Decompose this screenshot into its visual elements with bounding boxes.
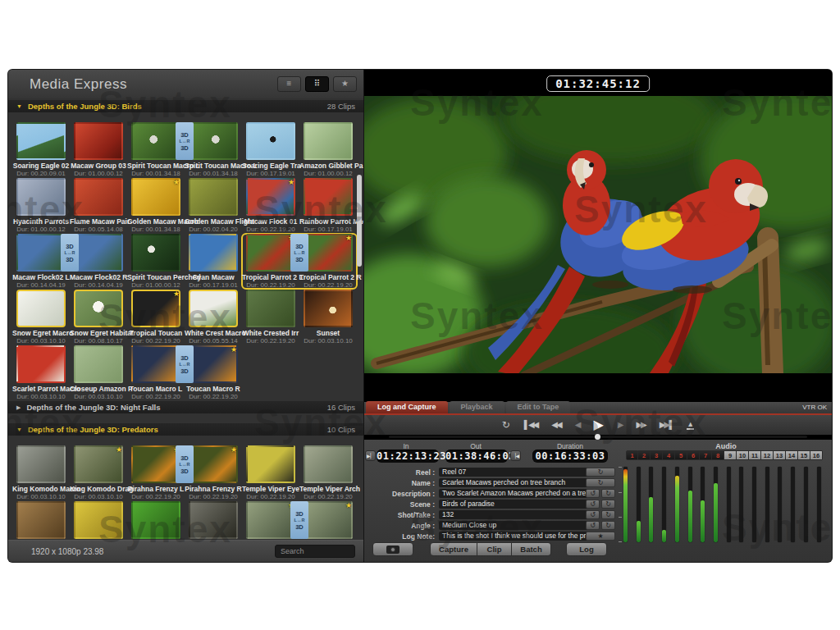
audio-channel-12[interactable]: 12 (761, 450, 774, 460)
clip-thumbnail[interactable] (74, 234, 123, 272)
grid-view-button[interactable]: ⠿ (305, 76, 329, 92)
step-back-button[interactable]: ◀ (575, 421, 580, 429)
clip-thumbnail[interactable]: ★ (246, 501, 295, 539)
autoincrement-button[interactable]: ↻ (601, 500, 615, 509)
browser-scrollbar-thumb[interactable] (357, 175, 362, 267)
loop-button[interactable]: ↻ (502, 420, 510, 430)
clip-thumbnail[interactable] (189, 122, 238, 160)
clip-thumbnail[interactable] (304, 178, 353, 216)
log-field-shot-take[interactable]: 132 (439, 510, 588, 519)
audio-channel-6[interactable]: 6 (687, 450, 700, 460)
autoincrement-button[interactable]: ↺ (586, 489, 600, 498)
tab-log-and-capture[interactable]: Log and Capture (366, 401, 448, 413)
clip-thumbnail[interactable] (16, 445, 66, 483)
log-field-log-note[interactable]: This is the shot I think we should use f… (439, 532, 588, 541)
clip-thumbnail[interactable] (304, 290, 353, 327)
clip-thumbnail[interactable] (74, 501, 123, 539)
clip-thumbnail[interactable]: ★ (246, 178, 295, 216)
audio-channel-8[interactable]: 8 (712, 450, 724, 460)
clip-thumbnail[interactable] (16, 178, 66, 216)
section-header-depths-of-the-jungle-3d-birds[interactable]: ▼Depths of the Jungle 3D: Birds28 Clips (8, 100, 363, 112)
batch-button[interactable]: Batch (512, 542, 551, 556)
out-timecode-field[interactable]: 01:38:46:02 (445, 450, 508, 463)
clip-thumbnail[interactable] (246, 290, 295, 327)
clip-button[interactable]: Clip (477, 542, 512, 556)
autoincrement-button[interactable]: ↻ (601, 489, 615, 498)
favorites-view-button[interactable]: ★ (333, 76, 357, 92)
clip-thumbnail[interactable] (189, 234, 238, 272)
autoincrement-button[interactable]: ↺ (586, 521, 600, 530)
clip-thumbnail[interactable] (131, 234, 180, 272)
log-field-reel[interactable]: Reel 07 (439, 468, 588, 477)
audio-channel-5[interactable]: 5 (675, 450, 687, 460)
autoincrement-button[interactable]: ↺ (586, 510, 600, 519)
clip-thumbnail[interactable]: ★ (189, 445, 238, 483)
clip-thumbnail[interactable] (74, 178, 123, 216)
audio-channel-4[interactable]: 4 (663, 450, 675, 460)
scrub-handle[interactable] (595, 434, 600, 440)
clip-thumbnail[interactable]: ★ (304, 501, 353, 539)
list-view-button[interactable]: ≡ (277, 76, 301, 92)
duration-timecode-field[interactable]: 00:16:33:03 (532, 450, 608, 463)
rewind-button[interactable]: ◀◀ (551, 421, 560, 429)
clip-thumbnail[interactable] (131, 122, 180, 160)
scrub-bar[interactable] (389, 436, 807, 438)
search-input[interactable] (275, 545, 355, 558)
clip-thumbnail[interactable] (304, 122, 353, 160)
grab-frame-button[interactable] (372, 542, 413, 556)
go-to-start-button[interactable]: ▌◀◀ (524, 421, 537, 429)
audio-channel-3[interactable]: 3 (651, 450, 663, 460)
eject-button[interactable]: ▲ (687, 421, 694, 430)
audio-channel-2[interactable]: 2 (638, 450, 651, 460)
clip-thumbnail[interactable] (304, 445, 353, 483)
clip-thumbnail[interactable] (16, 345, 66, 383)
tab-edit-to-tape[interactable]: Edit to Tape (506, 401, 571, 413)
clip-thumbnail[interactable] (189, 290, 238, 327)
mark-in-button[interactable]: ▶▏ (365, 450, 376, 461)
capture-button[interactable]: Capture (430, 542, 477, 556)
autoincrement-button[interactable]: ↻ (586, 468, 615, 477)
autoincrement-button[interactable]: ↺ (586, 500, 600, 509)
go-to-end-button[interactable]: ▶▶▌ (660, 421, 673, 429)
log-field-name[interactable]: Scarlet Macaws perched on tree branch (439, 478, 588, 487)
clip-thumbnail[interactable]: ★ (304, 234, 353, 272)
fast-forward-button[interactable]: ▶▶ (636, 421, 645, 429)
audio-channel-14[interactable]: 14 (786, 450, 798, 460)
audio-channel-13[interactable]: 13 (774, 450, 786, 460)
section-header-depths-of-the-jungle-3d-night-falls[interactable]: ▶Depths of the Jungle 3D: Night Falls16 … (8, 401, 363, 413)
log-button[interactable]: Log (566, 542, 607, 556)
autoincrement-button[interactable]: ↻ (586, 478, 615, 487)
tab-playback[interactable]: Playback (450, 401, 504, 413)
clip-thumbnail[interactable] (16, 234, 66, 272)
autoincrement-button[interactable]: ↻ (601, 510, 615, 519)
autoincrement-button[interactable]: ↻ (601, 521, 615, 530)
clip-thumbnail[interactable]: ★ (131, 445, 180, 483)
clip-thumbnail[interactable] (16, 122, 66, 160)
audio-channel-16[interactable]: 16 (810, 450, 823, 460)
clip-thumbnail[interactable] (74, 345, 123, 383)
clip-thumbnail[interactable] (246, 122, 295, 160)
section-header-depths-of-the-jungle-3d-predators[interactable]: ▼Depths of the Jungle 3D: Predators10 Cl… (8, 423, 363, 436)
clip-thumbnail[interactable]: ★ (189, 345, 238, 383)
audio-channel-15[interactable]: 15 (798, 450, 810, 460)
clip-thumbnail[interactable] (246, 445, 295, 483)
clip-thumbnail[interactable] (74, 290, 123, 327)
log-field-angle[interactable]: Medium Close up (439, 521, 588, 530)
in-timecode-field[interactable]: 01:22:13:23 (377, 450, 439, 463)
clip-thumbnail[interactable] (189, 178, 238, 216)
clip-thumbnail[interactable] (16, 501, 66, 539)
mark-out-button[interactable]: ▕◀ (510, 450, 521, 461)
audio-channel-1[interactable]: 1 (626, 450, 638, 460)
clip-thumbnail[interactable] (131, 501, 180, 539)
favorite-button[interactable]: ★ (586, 532, 615, 541)
step-forward-button[interactable]: ▶ (618, 421, 623, 429)
clip-thumbnail[interactable] (131, 345, 180, 383)
clip-thumbnail[interactable] (189, 501, 238, 539)
clip-thumbnail[interactable] (16, 290, 66, 327)
audio-channel-10[interactable]: 10 (737, 450, 749, 460)
audio-channel-7[interactable]: 7 (700, 450, 712, 460)
log-field-scene[interactable]: Birds of paradise (439, 500, 588, 509)
log-field-description[interactable]: Two Scarlet Amazon Macaws perched on a t… (439, 489, 588, 498)
clip-thumbnail[interactable]: ★ (74, 445, 123, 483)
play-button[interactable]: ▶ (593, 418, 603, 431)
